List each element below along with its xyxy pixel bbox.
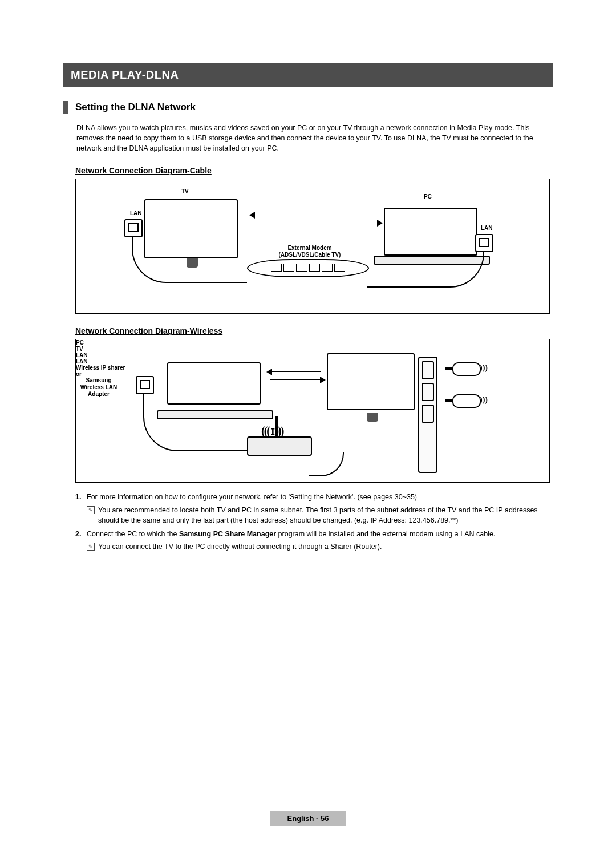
diagram-cable-title: Network Connection Diagram-Cable — [75, 166, 553, 175]
arrow-head-icon — [249, 212, 255, 219]
label-modem-l1: External Modem — [287, 245, 331, 251]
lan-port-icon — [475, 234, 493, 252]
note-mark-icon: ✎ — [87, 543, 95, 551]
diagram-wireless: PC TV LAN LAN Wireless IP sharer or Sams… — [75, 339, 550, 483]
cable-line — [132, 236, 247, 283]
wifi-icon: ((( ɪ ))) — [261, 424, 283, 438]
label-lan-right: LAN — [481, 225, 493, 231]
cable-line — [309, 452, 344, 476]
note-sub-text: You are recommended to locate both TV an… — [98, 505, 553, 525]
subheader-text: Setting the DLNA Network — [75, 102, 196, 113]
label-lan-left: LAN — [130, 210, 142, 216]
note-text: Connect the PC to which the Samsung PC S… — [87, 529, 553, 539]
wireless-adapter-icon — [452, 394, 481, 408]
list-item: 1. For more information on how to config… — [75, 492, 553, 525]
notes-list: 1. For more information on how to config… — [75, 492, 553, 552]
note-sub-text: You can connect the TV to the PC directl… — [98, 541, 382, 552]
cable-line — [367, 252, 484, 288]
arrow-head-icon — [266, 369, 272, 375]
label-adapter: Samsung Wireless LAN Adapter — [76, 377, 121, 398]
label-adapter-l3: Adapter — [88, 391, 110, 397]
note-text-a: Connect the PC to which the — [87, 530, 179, 538]
label-modem: External Modem (ADSL/VDSL/Cable TV) — [270, 245, 350, 258]
page-footer: English - 56 — [0, 811, 616, 826]
section-header: MEDIA PLAY-DLNA — [63, 63, 553, 87]
arrow-line — [270, 379, 321, 380]
arrow-head-icon — [377, 220, 383, 227]
label-tv: TV — [181, 188, 189, 195]
label-pc: PC — [424, 193, 432, 200]
note-text-b: program will be installed and the extern… — [276, 530, 495, 538]
page-number: English - 56 — [270, 811, 346, 826]
label-lan-pc: LAN — [76, 352, 549, 358]
note-text-bold: Samsung PC Share Manager — [179, 530, 276, 538]
arrow-line — [253, 223, 378, 223]
lan-port-icon — [124, 219, 143, 237]
cable-line — [143, 393, 247, 451]
label-adapter-l2: Wireless LAN — [80, 384, 117, 390]
label-modem-l2: (ADSL/VDSL/Cable TV) — [279, 252, 341, 258]
note-text: For more information on how to configure… — [87, 492, 553, 502]
arrow-head-icon — [320, 377, 326, 383]
list-number: 1. — [75, 492, 87, 525]
arrow-line — [253, 215, 378, 215]
list-item: 2. Connect the PC to which the Samsung P… — [75, 529, 553, 552]
tv-icon — [327, 353, 415, 410]
lan-port-icon — [136, 376, 154, 394]
diagram-wireless-title: Network Connection Diagram-Wireless — [75, 326, 553, 335]
diagram-cable: TV PC LAN LAN External Modem (ADSL/VDSL/… — [75, 179, 550, 314]
intro-paragraph: DLNA allows you to watch pictures, music… — [76, 123, 553, 153]
label-tv: TV — [76, 346, 549, 352]
note-mark-icon: ✎ — [87, 506, 95, 514]
note-sub: ✎ You can connect the TV to the PC direc… — [87, 541, 553, 552]
modem-icon — [247, 259, 369, 277]
wireless-adapter-icon — [452, 362, 481, 376]
note-sub: ✎ You are recommended to locate both TV … — [87, 505, 553, 525]
tv-ports-icon — [418, 357, 437, 473]
subheader-block-icon — [63, 101, 68, 114]
label-adapter-l1: Samsung — [86, 377, 111, 383]
arrow-line — [270, 371, 321, 372]
list-number: 2. — [75, 529, 87, 552]
laptop-icon — [384, 208, 477, 256]
label-pc: PC — [76, 339, 549, 346]
subheader: Setting the DLNA Network — [63, 101, 553, 114]
router-icon — [247, 436, 312, 456]
